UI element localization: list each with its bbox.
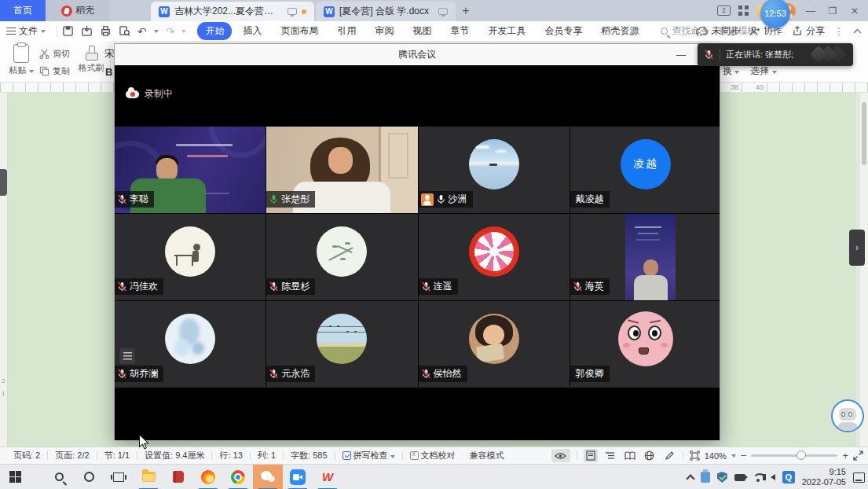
firefox-button[interactable] bbox=[193, 465, 223, 489]
paste-button[interactable]: 粘贴 bbox=[8, 44, 35, 76]
ribbon-tab-开始[interactable]: 开始 bbox=[197, 22, 232, 40]
eye-protection-toggle[interactable] bbox=[551, 449, 570, 462]
print-icon[interactable] bbox=[100, 25, 112, 37]
tab-list-icon[interactable]: 2 bbox=[717, 6, 731, 16]
zoom-value[interactable]: 140% bbox=[705, 451, 727, 461]
format-painter-button[interactable]: 格式刷 bbox=[77, 44, 105, 74]
ribbon-tab-会员专享[interactable]: 会员专享 bbox=[537, 22, 590, 40]
cortana-button[interactable] bbox=[74, 465, 104, 489]
dooke-tab[interactable]: 稻壳 bbox=[46, 0, 110, 21]
pen-view-button[interactable] bbox=[662, 449, 676, 462]
chrome-button[interactable] bbox=[223, 465, 253, 489]
participant-tile-郭俊卿[interactable]: 郭俊卿 bbox=[570, 301, 720, 388]
status-item[interactable]: 设置值: 9.4厘米 bbox=[137, 450, 211, 461]
share-button[interactable]: 分享 bbox=[792, 24, 825, 38]
tencent-meeting-button[interactable] bbox=[283, 465, 313, 489]
taskbar-search-button[interactable] bbox=[44, 465, 74, 489]
participant-tile-元永浩[interactable]: 元永浩 bbox=[266, 301, 417, 388]
ribbon-tab-审阅[interactable]: 审阅 bbox=[367, 22, 401, 40]
document-tab-active[interactable]: W 吉林大学202...夏令营录取名单 bbox=[151, 2, 314, 21]
home-tab[interactable]: 首页 bbox=[0, 0, 46, 21]
meeting-sidebar-flyout[interactable]: › bbox=[849, 230, 865, 266]
outline-view-button[interactable] bbox=[603, 449, 617, 462]
participant-tile-海英[interactable]: 海英 bbox=[570, 214, 720, 300]
wps-button[interactable]: W bbox=[313, 465, 342, 489]
list-icon[interactable] bbox=[119, 348, 135, 364]
undo-caret-icon[interactable] bbox=[154, 30, 159, 33]
wifi-tray-icon[interactable] bbox=[753, 473, 764, 482]
collapse-ribbon-icon[interactable] bbox=[853, 28, 862, 34]
ribbon-tab-章节[interactable]: 章节 bbox=[442, 22, 477, 40]
undo-icon[interactable]: ↶ bbox=[137, 25, 147, 38]
fit-page-icon[interactable] bbox=[690, 450, 700, 461]
participant-tile-戴凌越[interactable]: 凌越戴凌越 bbox=[570, 127, 720, 213]
minimize-button[interactable]: — bbox=[804, 6, 818, 17]
book-view-button[interactable] bbox=[623, 449, 637, 462]
start-button[interactable] bbox=[0, 465, 30, 489]
q-app-tray-icon[interactable]: Q bbox=[782, 471, 795, 483]
close-button[interactable]: ✕ bbox=[848, 6, 862, 17]
participant-tile-连遥[interactable]: 连遥 bbox=[419, 214, 570, 300]
participant-tile-胡乔澜[interactable]: 胡乔澜 bbox=[115, 301, 266, 388]
task-view-button[interactable] bbox=[104, 465, 134, 489]
zoom-in-button[interactable]: + bbox=[842, 450, 848, 461]
more-menu-icon[interactable]: ⋮ bbox=[834, 26, 844, 37]
usb-tray-icon[interactable] bbox=[701, 472, 710, 483]
select-button[interactable]: 选择 bbox=[750, 64, 776, 78]
participant-tile-李聪[interactable]: 李聪 bbox=[115, 127, 266, 213]
status-item[interactable]: 节: 1/1 bbox=[97, 450, 137, 461]
restore-button[interactable]: ❐ bbox=[826, 6, 840, 17]
ribbon-tab-视图[interactable]: 视图 bbox=[405, 22, 439, 40]
action-center-button[interactable] bbox=[853, 472, 865, 483]
wps-assistant-robot-icon[interactable] bbox=[831, 399, 864, 432]
status-item[interactable]: 行: 13 bbox=[212, 450, 249, 461]
camera-tray-icon[interactable] bbox=[734, 474, 745, 481]
convert-button[interactable]: 换 bbox=[723, 64, 739, 78]
ribbon-tab-页面布局[interactable]: 页面布局 bbox=[273, 22, 326, 40]
sync-status-button[interactable]: 未同步 bbox=[696, 24, 740, 38]
wechat-button-active[interactable] bbox=[253, 465, 283, 489]
ribbon-tab-稻壳资源[interactable]: 稻壳资源 bbox=[593, 22, 646, 40]
volume-tray-icon[interactable] bbox=[771, 474, 775, 480]
file-explorer-button[interactable] bbox=[134, 465, 163, 489]
participant-tile-陈昱杉[interactable]: 陈昱杉 bbox=[266, 214, 417, 300]
proofread-button[interactable]: 文档校对 bbox=[403, 450, 463, 461]
meeting-minimize-button[interactable]: — bbox=[671, 44, 691, 65]
web-view-button[interactable] bbox=[643, 449, 657, 462]
dictionary-app-button[interactable] bbox=[163, 465, 193, 489]
left-panel-flyout[interactable] bbox=[0, 169, 7, 196]
zoom-out-button[interactable]: − bbox=[741, 450, 747, 461]
spellcheck-toggle[interactable]: 拼写检查 bbox=[335, 450, 402, 461]
page-view-button[interactable] bbox=[584, 449, 598, 462]
meeting-title-bar[interactable]: 腾讯会议 — □ bbox=[115, 44, 720, 65]
status-item[interactable]: 页面: 2/2 bbox=[48, 450, 96, 461]
print-preview-icon[interactable] bbox=[119, 25, 130, 37]
ribbon-tab-插入[interactable]: 插入 bbox=[235, 22, 269, 40]
zoom-slider[interactable] bbox=[751, 454, 837, 457]
new-tab-button[interactable]: + bbox=[456, 0, 476, 21]
save-icon[interactable] bbox=[62, 25, 74, 37]
participant-tile-张楚彤[interactable]: 张楚彤 bbox=[266, 127, 417, 213]
status-item[interactable]: 页码: 2 bbox=[6, 450, 47, 461]
ribbon-tab-开发工具[interactable]: 开发工具 bbox=[480, 22, 533, 40]
fullscreen-icon[interactable] bbox=[853, 450, 863, 461]
file-menu[interactable]: 文件 bbox=[0, 24, 52, 38]
document-scrollbar[interactable] bbox=[860, 93, 868, 447]
taskbar-clock[interactable]: 9:15 2022-07-05 bbox=[802, 467, 846, 487]
apps-grid-icon[interactable] bbox=[738, 6, 749, 16]
security-shield-tray-icon[interactable] bbox=[717, 472, 727, 483]
participant-tile-沙洲[interactable]: 沙洲 bbox=[419, 127, 570, 213]
participant-tile-侯怡然[interactable]: 侯怡然 bbox=[419, 301, 570, 388]
copy-button[interactable]: 复制 bbox=[39, 64, 70, 77]
zoom-caret-icon[interactable] bbox=[731, 454, 736, 458]
tray-expand-button[interactable] bbox=[687, 473, 694, 482]
zoom-slider-thumb[interactable] bbox=[797, 450, 806, 460]
redo-icon[interactable]: ↷ bbox=[166, 25, 175, 38]
export-icon[interactable] bbox=[81, 25, 93, 37]
participant-tile-冯佳欢[interactable]: 冯佳欢 bbox=[115, 214, 266, 300]
more-quick-icon[interactable] bbox=[181, 30, 186, 33]
status-item[interactable]: 列: 1 bbox=[251, 450, 283, 461]
cut-button[interactable]: 剪切 bbox=[39, 47, 70, 60]
status-item[interactable]: 字数: 585 bbox=[284, 450, 334, 461]
ribbon-tab-引用[interactable]: 引用 bbox=[329, 22, 364, 40]
